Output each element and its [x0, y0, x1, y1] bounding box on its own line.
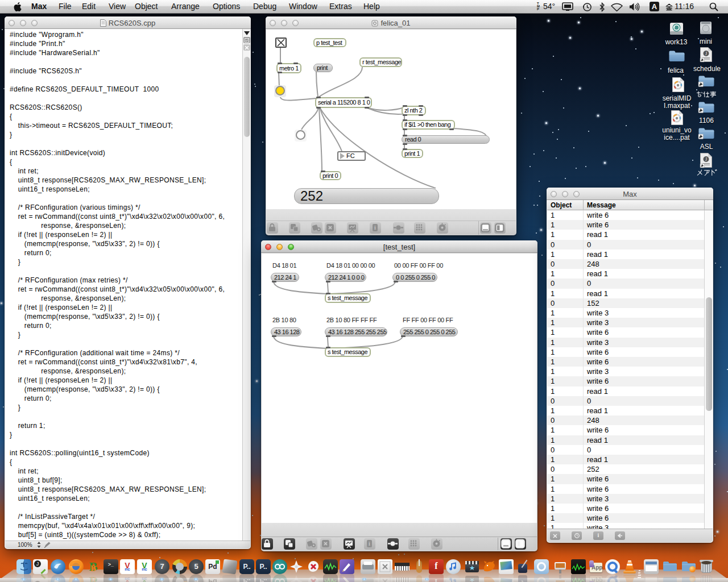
svg-text:i: i	[369, 541, 370, 547]
svg-text:J: J	[705, 157, 707, 162]
svg-text:J: J	[705, 51, 707, 56]
svg-text:i: i	[374, 225, 376, 231]
